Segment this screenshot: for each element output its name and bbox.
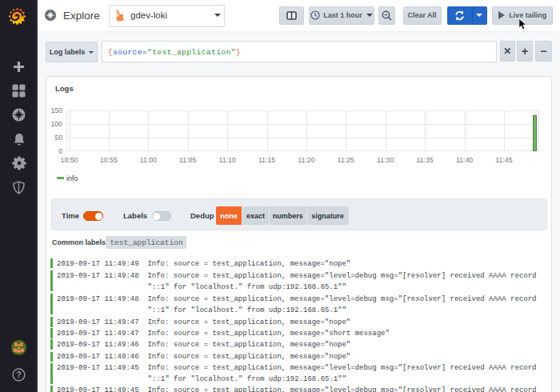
svg-text:?: ? xyxy=(16,370,21,379)
